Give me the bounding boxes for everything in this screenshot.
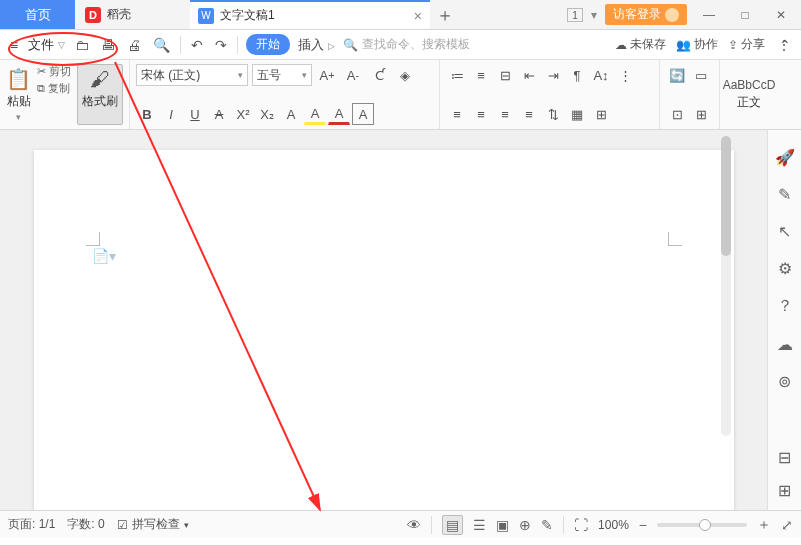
copy-button[interactable]: ⧉复制 xyxy=(37,81,71,96)
window-close-button[interactable]: ✕ xyxy=(767,5,795,25)
fit-width-icon[interactable]: ⛶ xyxy=(574,517,588,533)
dropdown-icon[interactable]: ▾ xyxy=(591,8,597,22)
status-page[interactable]: 页面: 1/1 xyxy=(8,516,55,533)
line-spacing-button[interactable]: ⇅ xyxy=(542,103,564,125)
eye-icon[interactable]: 👁 xyxy=(407,517,421,533)
change-case-button[interactable]: Ƈ xyxy=(368,64,390,86)
outline-view-icon[interactable]: ☰ xyxy=(473,517,486,533)
web-view-icon[interactable]: ⊕ xyxy=(519,517,531,533)
window-maximize-button[interactable]: □ xyxy=(731,5,759,25)
find-replace-button[interactable]: 🔄 xyxy=(666,64,688,86)
avatar-icon xyxy=(665,8,679,22)
redo-icon[interactable]: ↷ xyxy=(213,35,229,55)
borders-button[interactable]: ⊞ xyxy=(590,103,612,125)
more-tool-icon[interactable]: ⊚ xyxy=(778,372,791,391)
font-size-combo[interactable]: 五号▾ xyxy=(252,64,312,86)
window-index-badge[interactable]: 1 xyxy=(567,8,583,22)
subscript-button[interactable]: X₂ xyxy=(256,103,278,125)
multilevel-button[interactable]: ⊟ xyxy=(494,64,516,86)
text-direction-button[interactable]: A↕ xyxy=(590,64,612,86)
tab-doke[interactable]: D 稻壳 xyxy=(75,0,190,29)
decrease-indent-button[interactable]: ⇤ xyxy=(518,64,540,86)
clear-format-button[interactable]: ◈ xyxy=(394,64,416,86)
font-name-combo[interactable]: 宋体 (正文)▾ xyxy=(136,64,248,86)
underline-button[interactable]: U xyxy=(184,103,206,125)
highlight-button[interactable]: A xyxy=(304,103,326,125)
tab-char-button[interactable]: ¶ xyxy=(566,64,588,86)
draft-view-icon[interactable]: ✎ xyxy=(541,517,553,533)
reading-view-icon[interactable]: ▣ xyxy=(496,517,509,533)
save-icon[interactable]: 🗀 xyxy=(73,35,91,55)
tab-document[interactable]: W 文字文稿1 × xyxy=(190,0,430,29)
align-left-button[interactable]: ≡ xyxy=(446,103,468,125)
italic-button[interactable]: I xyxy=(160,103,182,125)
style-normal[interactable]: AaBbCcD 正文 xyxy=(720,60,778,129)
bold-button[interactable]: B xyxy=(136,103,158,125)
sliders-icon[interactable]: ⚙ xyxy=(778,259,792,278)
shrink-font-button[interactable]: A- xyxy=(342,64,364,86)
cloud-tool-icon[interactable]: ☁ xyxy=(777,335,793,354)
chevron-down-icon: ▾ xyxy=(238,70,243,80)
grow-font-button[interactable]: A+ xyxy=(316,64,338,86)
increase-indent-button[interactable]: ⇥ xyxy=(542,64,564,86)
print-icon[interactable]: 🖨 xyxy=(125,35,143,55)
scrollbar-thumb[interactable] xyxy=(721,136,731,256)
file-menu-label: 文件 xyxy=(28,36,54,54)
bullets-button[interactable]: ≔ xyxy=(446,64,468,86)
sort-button[interactable]: ⋮ xyxy=(614,64,636,86)
cursor-icon[interactable]: ↖ xyxy=(778,222,791,241)
guest-login-button[interactable]: 访客登录 xyxy=(605,4,687,25)
collapse-ribbon-icon[interactable]: ⌃ xyxy=(777,35,793,55)
shapes-button[interactable]: ⊡ xyxy=(666,103,688,125)
file-menu[interactable]: 文件 ▽ xyxy=(28,36,65,54)
help-icon[interactable]: ？ xyxy=(777,296,793,317)
vertical-scrollbar[interactable] xyxy=(721,136,731,436)
unsaved-indicator[interactable]: ☁未保存 xyxy=(615,36,666,53)
status-word-count[interactable]: 字数: 0 xyxy=(67,516,104,533)
char-border-button[interactable]: A xyxy=(352,103,374,125)
undo-icon[interactable]: ↶ xyxy=(189,35,205,55)
ribbon-tab-start[interactable]: 开始 xyxy=(246,34,290,55)
zoom-slider[interactable] xyxy=(657,523,747,527)
tab-close-icon[interactable]: × xyxy=(414,8,422,24)
paste-button[interactable]: 📋 粘贴 ▾ xyxy=(6,64,31,125)
align-right-button[interactable]: ≡ xyxy=(494,103,516,125)
zoom-slider-thumb[interactable] xyxy=(699,519,711,531)
menu-icon[interactable]: ≡ xyxy=(8,35,20,55)
select-button[interactable]: ▭ xyxy=(690,64,712,86)
text-effects-button[interactable]: A xyxy=(280,103,302,125)
save-as-icon[interactable]: 🖶 xyxy=(99,35,117,55)
font-color-button[interactable]: A xyxy=(328,103,350,125)
zoom-value[interactable]: 100% xyxy=(598,518,629,532)
rocket-icon[interactable]: 🚀 xyxy=(775,148,795,167)
document-canvas[interactable]: 📄▾ xyxy=(0,130,767,510)
status-spellcheck[interactable]: ☑拼写检查▾ xyxy=(117,516,189,533)
superscript-button[interactable]: X² xyxy=(232,103,254,125)
fullscreen-icon[interactable]: ⤢ xyxy=(781,517,793,533)
shading-button[interactable]: ▦ xyxy=(566,103,588,125)
new-tab-button[interactable]: ＋ xyxy=(430,0,460,29)
settings-button[interactable]: ⊞ xyxy=(690,103,712,125)
strike-button[interactable]: A xyxy=(208,103,230,125)
format-painter-button[interactable]: 🖌 格式刷 xyxy=(77,64,123,125)
print-preview-icon[interactable]: 🔍 xyxy=(151,35,172,55)
share-button[interactable]: ⇪分享 xyxy=(728,36,765,53)
task-icon[interactable]: ⊟ xyxy=(778,448,791,467)
page-view-icon[interactable]: ▤ xyxy=(442,515,463,535)
pencil-icon[interactable]: ✎ xyxy=(778,185,791,204)
tab-home[interactable]: 首页 xyxy=(0,0,75,29)
command-search[interactable]: 🔍 查找命令、搜索模板 xyxy=(343,36,470,53)
cut-button[interactable]: ✂剪切 xyxy=(37,64,71,79)
copy-icon: ⧉ xyxy=(37,82,45,95)
page[interactable]: 📄▾ xyxy=(34,150,734,510)
zoom-out-button[interactable]: − xyxy=(639,517,647,533)
align-center-button[interactable]: ≡ xyxy=(470,103,492,125)
ribbon-tab-insert[interactable]: 插入 ▷ xyxy=(298,36,335,54)
window-minimize-button[interactable]: — xyxy=(695,5,723,25)
collab-button[interactable]: 👥协作 xyxy=(676,36,718,53)
ribbon-tab-insert-label: 插入 xyxy=(298,37,324,52)
toolbox-icon[interactable]: ⊞ xyxy=(778,481,791,500)
numbering-button[interactable]: ≡ xyxy=(470,64,492,86)
zoom-in-button[interactable]: ＋ xyxy=(757,516,771,534)
align-justify-button[interactable]: ≡ xyxy=(518,103,540,125)
